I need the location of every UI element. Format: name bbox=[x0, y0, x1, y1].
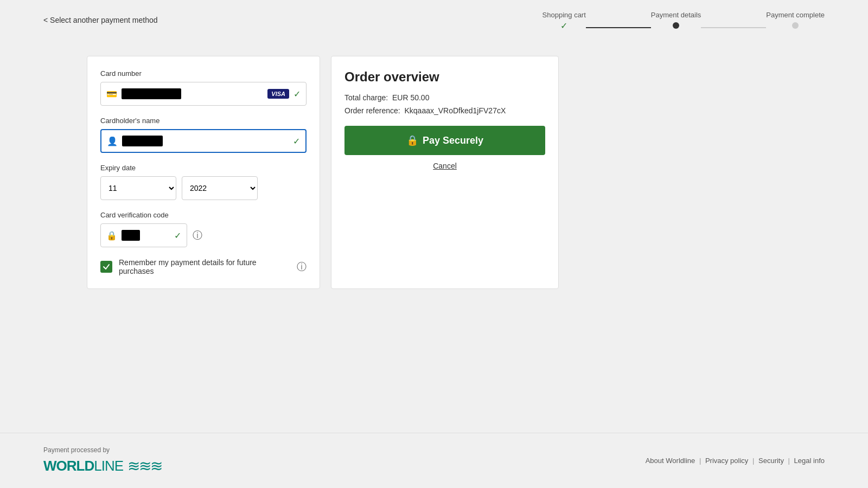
step-line-1 bbox=[586, 27, 651, 28]
expiry-month-select[interactable]: 01 02 03 04 05 06 07 08 09 10 11 12 bbox=[100, 176, 176, 200]
main-content: Card number 💳 VISA ✓ Cardholder's name 👤 bbox=[0, 40, 868, 433]
worldline-logo: WORLDLINE bbox=[43, 458, 123, 474]
cvv-masked bbox=[122, 230, 140, 241]
worldline-wave-icon: ≋≋≋ bbox=[127, 457, 162, 475]
card-icon: 💳 bbox=[106, 89, 117, 99]
checkmark-icon bbox=[103, 263, 110, 271]
footer: Payment processed by WORLDLINE ≋≋≋ About… bbox=[0, 433, 868, 488]
card-valid-check: ✓ bbox=[293, 89, 301, 99]
remember-checkbox[interactable] bbox=[100, 261, 112, 273]
cardholder-valid-check: ✓ bbox=[293, 136, 300, 146]
legal-info-link[interactable]: Legal info bbox=[794, 457, 825, 465]
remember-label: Remember my payment details for future p… bbox=[119, 258, 290, 275]
top-nav: < Select another payment method Shopping… bbox=[0, 0, 868, 40]
cvv-wrapper: 🔒 ✓ ⓘ bbox=[100, 223, 307, 247]
step-active-indicator bbox=[673, 22, 679, 29]
remember-help-icon[interactable]: ⓘ bbox=[297, 260, 307, 273]
card-number-label: Card number bbox=[100, 69, 307, 78]
order-summary-card: Order overview Total charge: EUR 50.00 O… bbox=[331, 56, 559, 289]
expiry-row: 01 02 03 04 05 06 07 08 09 10 11 12 bbox=[100, 176, 307, 200]
cardholder-input-wrapper[interactable]: 👤 ✓ bbox=[100, 129, 307, 153]
privacy-policy-link[interactable]: Privacy policy bbox=[705, 457, 748, 465]
expiry-label: Expiry date bbox=[100, 164, 307, 172]
total-value: EUR 50.00 bbox=[392, 93, 429, 102]
cardholder-field-group: Cardholder's name 👤 ✓ bbox=[100, 117, 307, 153]
reference-label: Order reference: bbox=[344, 106, 400, 115]
cardholder-label: Cardholder's name bbox=[100, 117, 307, 125]
person-icon: 👤 bbox=[107, 136, 118, 146]
back-link[interactable]: < Select another payment method bbox=[43, 16, 158, 24]
cardholder-masked bbox=[122, 136, 163, 146]
order-reference: Order reference: Kkqaaax_VRoDfked1jFV27c… bbox=[344, 106, 545, 115]
step-shopping-cart: Shopping cart ✓ bbox=[542, 11, 586, 29]
cvv-label: Card verification code bbox=[100, 211, 307, 219]
cancel-link[interactable]: Cancel bbox=[344, 162, 545, 170]
step-payment-details: Payment details bbox=[651, 11, 701, 29]
expiry-year-select[interactable]: 2020 2021 2022 2023 2024 2025 2026 2027 … bbox=[182, 176, 258, 200]
card-number-field-group: Card number 💳 VISA ✓ bbox=[100, 69, 307, 106]
total-label: Total charge: bbox=[344, 93, 388, 102]
steps-progress: Shopping cart ✓ Payment details Payment … bbox=[542, 11, 825, 29]
order-title: Order overview bbox=[344, 69, 545, 85]
about-worldline-link[interactable]: About Worldline bbox=[646, 457, 695, 465]
step-inactive-indicator bbox=[792, 22, 799, 29]
cvv-field-group: Card verification code 🔒 ✓ ⓘ bbox=[100, 211, 307, 247]
step-payment-complete: Payment complete bbox=[766, 11, 825, 29]
visa-badge: VISA bbox=[267, 89, 289, 99]
lock-pay-icon: 🔒 bbox=[406, 134, 418, 146]
step-line-2 bbox=[701, 27, 766, 28]
card-number-input-wrapper[interactable]: 💳 VISA ✓ bbox=[100, 82, 307, 106]
remember-checkbox-row: Remember my payment details for future p… bbox=[100, 258, 307, 275]
card-number-masked bbox=[122, 88, 181, 99]
cvv-valid-check: ✓ bbox=[174, 230, 181, 241]
footer-processed-by: Payment processed by bbox=[43, 446, 162, 454]
security-link[interactable]: Security bbox=[758, 457, 784, 465]
content-area: Card number 💳 VISA ✓ Cardholder's name 👤 bbox=[43, 56, 825, 289]
reference-value: Kkqaaax_VRoDfked1jFV27cX bbox=[405, 106, 506, 115]
expiry-field-group: Expiry date 01 02 03 04 05 06 07 08 09 1… bbox=[100, 164, 307, 200]
pay-button-label: Pay Securely bbox=[423, 135, 483, 146]
order-total: Total charge: EUR 50.00 bbox=[344, 93, 545, 102]
step-done-indicator: ✓ bbox=[561, 22, 567, 29]
cvv-help-icon[interactable]: ⓘ bbox=[193, 229, 202, 242]
pay-securely-button[interactable]: 🔒 Pay Securely bbox=[344, 126, 545, 155]
footer-left: Payment processed by WORLDLINE ≋≋≋ bbox=[43, 446, 162, 475]
payment-form-card: Card number 💳 VISA ✓ Cardholder's name 👤 bbox=[87, 56, 320, 289]
lock-icon: 🔒 bbox=[106, 230, 117, 241]
footer-links: About Worldline | Privacy policy | Secur… bbox=[646, 457, 825, 465]
cvv-input-box[interactable]: 🔒 ✓ bbox=[100, 223, 187, 247]
